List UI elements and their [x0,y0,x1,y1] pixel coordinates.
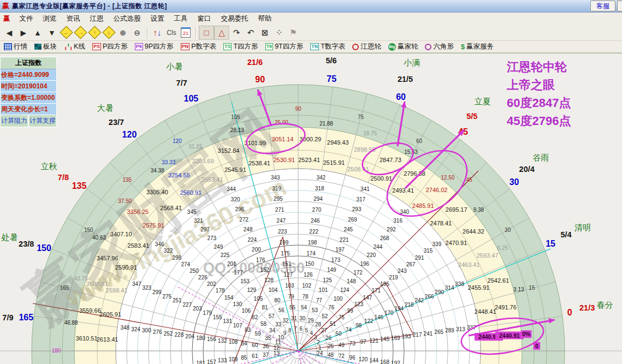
kline-button[interactable]: ╻╹╻K线 [62,41,87,52]
spiral-number: 154 [224,295,234,301]
spiral-number: 292 [387,226,396,232]
ring-b-price: 2553.41 [202,176,223,183]
menu-item-9[interactable]: 帮助 [253,13,277,25]
calendar-icon[interactable]: 21 [179,26,193,39]
solar-term-label: 大暑 [97,103,113,112]
spiral-number: 317 [356,196,365,202]
diamond-shape: ↓ [102,26,115,39]
calc-resistance-button[interactable]: 计算阻力 [0,115,28,127]
spiral-number: 152 [260,267,269,273]
spiral-number: 104 [269,287,278,293]
draw-rect-icon[interactable]: □ [199,26,214,40]
menu-item-4[interactable]: 公式选股 [109,13,146,25]
pan-down-icon[interactable]: ↓ [102,26,116,39]
hexagon-button[interactable]: 六角形 [423,41,455,52]
zoom-out-icon[interactable]: ⊖ [130,26,144,39]
customer-service-button[interactable]: 客服 [590,1,615,11]
menu-item-1[interactable]: 浏览 [38,13,62,25]
solar-term-label: 春分 [597,300,613,309]
draw-triangle-icon[interactable]: △ [214,26,229,40]
rotate-ccw-icon[interactable]: ↶ [244,26,258,39]
spiral-number: 196 [360,261,369,267]
percent-special: 33.33 [162,159,175,165]
spiral-number: 252 [164,331,173,337]
inner-degree-label: 15 [529,285,535,291]
menu-item-8[interactable]: 交易委托 [216,13,253,25]
winner-service-button[interactable]: $赢家服务 [459,41,495,52]
app-window: 赢 赢家江恩专业版[赢家服务平台] - [上证指数 江恩轮] 客服 赢 文件浏览… [0,0,622,364]
menu-item-2[interactable]: 资讯 [62,13,85,25]
pan-up-icon[interactable]: ↑ [87,26,102,39]
spiral-number: 171 [371,288,381,294]
spiral-number: 1 [318,345,322,351]
spiral-number: 200 [252,247,261,253]
spiral-number: 79 [288,294,294,300]
calc-support-button[interactable]: 计算支撑 [28,115,57,127]
p9-square-button-label: 9P四方形 [145,42,174,51]
menu-item-3[interactable]: 江恩 [85,13,109,25]
date-label: 21/5 [398,75,413,83]
spiral-number: 174 [306,250,316,256]
ring-a-price: 3356.25 [127,208,149,215]
gann-wheel-button[interactable]: 江恩轮 [351,41,383,52]
ring-b-price: 2470.91 [446,240,467,246]
sectors-button[interactable]: 板块 [33,41,58,52]
p-square-button[interactable]: PSP四方形 [91,41,129,52]
pan-left-icon[interactable]: ← [59,26,73,39]
percent-value: 18.75 [363,130,377,136]
scale-down-icon[interactable]: ▼ [45,26,59,39]
spiral-number: 36 [263,343,269,349]
menu-item-7[interactable]: 窗口 [193,13,216,25]
spiral-number: 294 [313,196,323,202]
nav-back-icon[interactable]: ◀ [2,26,16,39]
move-cross-icon[interactable]: ⁘ [272,26,286,39]
nav-forward-icon[interactable]: ▶ [16,26,31,39]
spiral-number: 227 [182,302,192,308]
spiral-number: 155 [213,314,222,320]
ring-a-price: 2746.02 [426,187,448,193]
p9-square-button[interactable]: P99P四方形 [133,41,175,52]
inner-degree-label: 105 [231,114,240,120]
clipped-button[interactable] [617,1,622,11]
spiral-number: 204 [185,333,194,339]
t9-square-button[interactable]: T99T四方形 [264,41,305,52]
t-number-table-button[interactable]: TNT数字表 [309,41,347,52]
annotation-line-2: 60度2847点 [507,94,571,112]
spiral-number: 343 [271,175,280,181]
winner-service-button-label: 赢家服务 [466,42,494,51]
spiral-number: 276 [153,329,162,335]
updown-arrows-icon[interactable]: ↑↓ [150,26,164,39]
spiral-number: 146 [374,314,383,320]
spiral-number: 217 [413,332,422,338]
panel-row-2: 变换系数=1.00000 [0,92,57,104]
zoom-in-icon[interactable]: ⊕ [116,26,130,39]
gann-wheel-chart[interactable]: 赢家财富网www.yingjia360.comQQ:10080036012345… [0,53,622,364]
menu-item-5[interactable]: 设置 [146,13,169,25]
spiral-number: 298 [173,255,182,261]
menu-item-0[interactable]: 文件 [15,13,38,25]
pin-icon[interactable]: ⚑ [286,26,300,39]
spiral-number: 170 [384,310,394,316]
rotate-cw-icon[interactable]: ↷ [229,26,244,39]
spiral-number: 122 [364,318,374,324]
t-square-button[interactable]: TST四方形 [222,41,260,52]
spiral-number: 250 [189,268,199,274]
spiral-number: 53 [312,307,318,313]
menu-item-6[interactable]: 工具 [169,13,193,25]
outer-degree-label: 30 [510,177,519,187]
spiral-number: 85 [241,355,247,361]
spiral-number: 151 [282,261,292,267]
pan-right-icon[interactable]: → [73,26,87,39]
ring-b-price: 2560.91 [180,189,202,196]
spiral-number: 291 [415,255,424,261]
scale-up-icon[interactable]: ▲ [31,26,45,39]
winner-wheel-button[interactable]: Big赢家轮 [387,41,420,52]
toolbar-views: 行情板块╻╹╻K线PSP四方形P99P四方形PNP数字表TST四方形T99T四方… [0,41,622,53]
inner-degree-label: 45 [466,177,473,183]
cls-button[interactable]: Cls [164,26,179,39]
quotes-button[interactable]: 行情 [2,41,29,52]
inner-degree-label: 135 [122,177,132,183]
ring-a-price: 2695.17 [446,206,467,213]
box-x-icon[interactable]: ⊠ [258,26,272,39]
p-number-table-button[interactable]: PNP数字表 [179,41,218,52]
